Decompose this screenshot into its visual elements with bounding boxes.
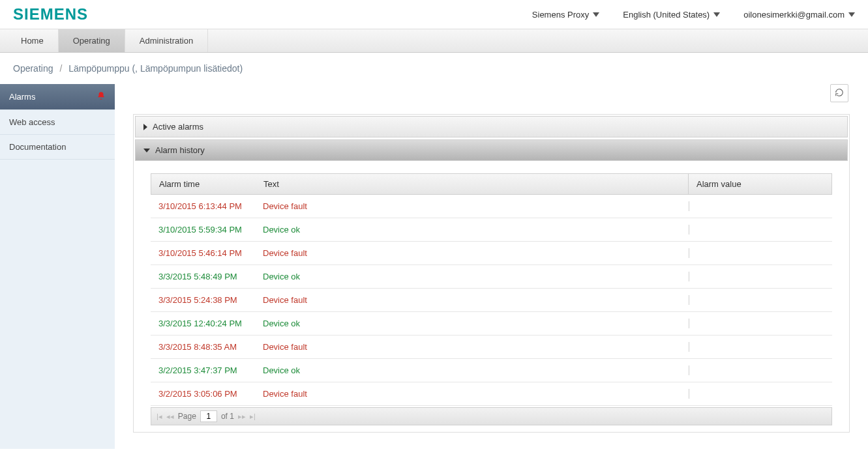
user-label: oilonesimerkki@gmail.com (743, 10, 845, 20)
siemens-logo: SIEMENS (13, 5, 88, 23)
cell-alarm-value (689, 272, 832, 281)
nav-tabs: Home Operating Administration (0, 29, 868, 53)
cell-alarm-time: 3/10/2015 5:46:14 PM (151, 248, 255, 258)
cell-alarm-value (689, 225, 832, 235)
cell-alarm-value (689, 342, 832, 352)
table-row[interactable]: 3/3/2015 12:40:24 PMDevice ok (151, 312, 832, 335)
cell-alarm-value (689, 365, 832, 375)
breadcrumb-part[interactable]: Operating (13, 63, 53, 74)
cell-text: Device fault (255, 248, 689, 258)
cell-text: Device fault (255, 389, 689, 399)
breadcrumb: Operating / Lämpöpumppu (, Lämpöpumpun l… (0, 53, 868, 84)
chevron-down-icon (593, 12, 599, 17)
table-row[interactable]: 3/10/2015 5:46:14 PMDevice fault (151, 242, 832, 265)
language-label: English (United States) (623, 10, 710, 20)
tab-administration[interactable]: Administration (125, 29, 208, 52)
chevron-down-icon (143, 149, 150, 152)
cell-alarm-time: 3/10/2015 6:13:44 PM (151, 201, 255, 211)
sidebar: Alarms Web access Documentation (0, 84, 115, 449)
tab-home[interactable]: Home (7, 29, 59, 52)
cell-text: Device fault (255, 295, 689, 305)
header: SIEMENS Siemens Proxy English (United St… (0, 0, 868, 29)
th-alarm-time[interactable]: Alarm time (151, 174, 256, 194)
cell-alarm-time: 3/2/2015 3:47:37 PM (151, 365, 255, 375)
breadcrumb-separator: / (59, 63, 62, 74)
cell-text: Device ok (255, 365, 689, 375)
cell-alarm-time: 3/2/2015 3:05:06 PM (151, 389, 255, 399)
panels: Active alarms Alarm history Alarm time T… (133, 114, 850, 433)
tab-operating[interactable]: Operating (59, 29, 125, 52)
cell-alarm-value (689, 295, 832, 305)
sidebar-item-label: Alarms (9, 92, 35, 102)
cell-alarm-time: 3/3/2015 12:40:24 PM (151, 319, 255, 328)
pager-of-label: of 1 (221, 412, 234, 421)
proxy-label: Siemens Proxy (532, 10, 589, 20)
th-text[interactable]: Text (256, 174, 688, 194)
cell-text: Device ok (255, 225, 689, 235)
alarm-history-table: Alarm time Text Alarm value 3/10/2015 6:… (135, 163, 848, 431)
pager-first-icon[interactable]: |◂ (157, 412, 162, 421)
sidebar-item-alarms[interactable]: Alarms (0, 84, 115, 110)
cell-alarm-time: 3/3/2015 5:48:49 PM (151, 272, 255, 281)
chevron-down-icon (848, 12, 855, 17)
chevron-right-icon (143, 124, 147, 130)
cell-text: Device ok (255, 272, 689, 281)
th-alarm-value[interactable]: Alarm value (688, 174, 831, 194)
sidebar-item-label: Web access (9, 117, 55, 127)
breadcrumb-part: Lämpöpumppu (, Lämpöpumpun lisätiedot) (68, 63, 243, 74)
cell-alarm-time: 3/3/2015 5:24:38 PM (151, 295, 255, 305)
table-row[interactable]: 3/2/2015 3:47:37 PMDevice ok (151, 359, 832, 382)
cell-alarm-value (689, 319, 832, 328)
pager-page-label: Page (178, 412, 196, 421)
table-header: Alarm time Text Alarm value (151, 173, 832, 195)
table-row[interactable]: 3/10/2015 5:59:34 PMDevice ok (151, 218, 832, 242)
main: Alarms Web access Documentation Active a… (0, 84, 868, 449)
table-row[interactable]: 3/2/2015 3:05:06 PMDevice fault (151, 382, 832, 406)
cell-alarm-time: 3/3/2015 8:48:35 AM (151, 342, 255, 352)
sidebar-item-documentation[interactable]: Documentation (0, 135, 115, 160)
panel-title: Active alarms (153, 122, 203, 132)
refresh-icon (835, 88, 844, 99)
table-row[interactable]: 3/3/2015 5:48:49 PMDevice ok (151, 265, 832, 289)
table-row[interactable]: 3/3/2015 8:48:35 AMDevice fault (151, 335, 832, 359)
pager-page-input[interactable] (200, 410, 217, 422)
sidebar-item-label: Documentation (9, 142, 66, 152)
pager: |◂ ◂◂ Page of 1 ▸▸ ▸| (151, 407, 832, 425)
language-dropdown[interactable]: English (United States) (623, 10, 720, 20)
panel-active-alarms[interactable]: Active alarms (135, 116, 848, 137)
content: Active alarms Alarm history Alarm time T… (115, 84, 868, 449)
sidebar-item-web-access[interactable]: Web access (0, 110, 115, 135)
cell-text: Device fault (255, 201, 689, 211)
chevron-down-icon (713, 12, 720, 17)
cell-text: Device ok (255, 319, 689, 328)
table-row[interactable]: 3/3/2015 5:24:38 PMDevice fault (151, 289, 832, 312)
header-controls: Siemens Proxy English (United States) oi… (532, 10, 855, 20)
table-row[interactable]: 3/10/2015 6:13:44 PMDevice fault (151, 195, 832, 218)
refresh-button[interactable] (830, 84, 848, 102)
pager-prev-icon[interactable]: ◂◂ (166, 412, 174, 421)
cell-alarm-value (689, 201, 832, 211)
pager-last-icon[interactable]: ▸| (250, 412, 256, 421)
cell-alarm-time: 3/10/2015 5:59:34 PM (151, 225, 255, 235)
panel-alarm-history[interactable]: Alarm history (135, 139, 848, 161)
cell-text: Device fault (255, 342, 689, 352)
panel-title: Alarm history (155, 145, 205, 155)
user-dropdown[interactable]: oilonesimerkki@gmail.com (743, 10, 855, 20)
cell-alarm-value (689, 248, 832, 258)
table-body: 3/10/2015 6:13:44 PMDevice fault3/10/201… (151, 195, 832, 406)
pager-next-icon[interactable]: ▸▸ (238, 412, 246, 421)
cell-alarm-value (689, 389, 832, 399)
bell-icon (97, 91, 106, 102)
proxy-dropdown[interactable]: Siemens Proxy (532, 10, 599, 20)
